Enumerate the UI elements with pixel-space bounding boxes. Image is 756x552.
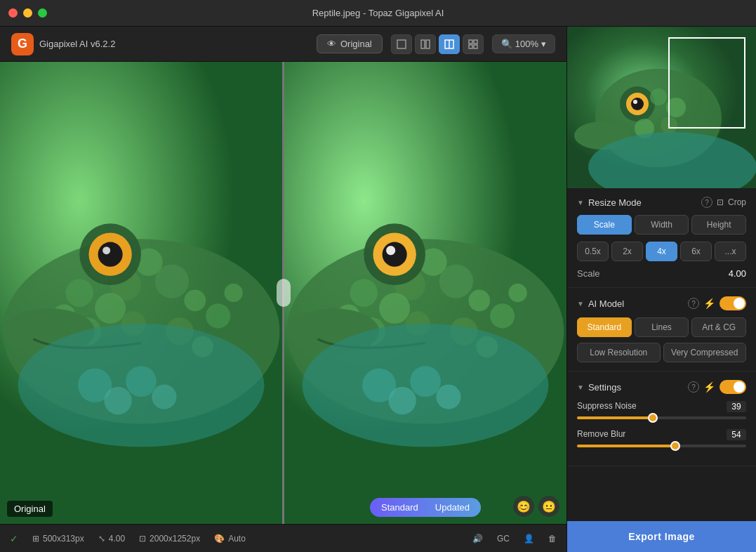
resolution-icon: ⊞: [32, 534, 39, 544]
suppress-noise-thumb[interactable]: [648, 413, 658, 423]
mode-tab-width[interactable]: Width: [635, 215, 689, 235]
scale-item: ⤡ 4.00: [98, 534, 125, 544]
app-logo: G: [11, 33, 34, 55]
preview-selection-box[interactable]: [668, 37, 745, 129]
scale-6x-button[interactable]: 6x: [680, 242, 712, 261]
svg-point-48: [383, 242, 407, 267]
svg-point-44: [379, 293, 410, 324]
svg-point-18: [95, 293, 126, 324]
zoom-icon: 🔍: [501, 39, 512, 49]
svg-rect-8: [474, 45, 477, 48]
ai-model-help[interactable]: ?: [688, 298, 699, 309]
suppress-noise-header: Suppress Noise 39: [577, 401, 746, 412]
color-icon: 🎨: [214, 534, 225, 544]
svg-rect-7: [469, 45, 472, 48]
remove-blur-fill: [577, 445, 675, 447]
svg-point-26: [206, 303, 230, 328]
scale-custom-button[interactable]: ...x: [715, 242, 746, 261]
ai-tab-low-resolution[interactable]: Low Resolution: [577, 343, 661, 362]
zoom-chevron-icon: ▾: [541, 39, 546, 49]
resize-mode-title: Resize Mode: [588, 197, 697, 208]
svg-point-60: [436, 385, 460, 409]
audio-item[interactable]: 🔊: [472, 534, 483, 544]
svg-point-52: [490, 303, 515, 328]
svg-rect-5: [469, 40, 472, 44]
image-left-half: Original: [0, 62, 282, 524]
neutral-emoji-button[interactable]: 😐: [538, 496, 559, 517]
resize-mode-help[interactable]: ?: [701, 197, 712, 208]
zoom-button[interactable]: 🔍 100% ▾: [492, 34, 555, 53]
view-single-button[interactable]: [391, 34, 412, 54]
eye-icon: 👁: [327, 39, 336, 49]
svg-point-27: [224, 284, 242, 302]
ai-model-chevron[interactable]: ▼: [577, 300, 584, 308]
original-resolution-item: ⊞ 500x313px: [32, 534, 84, 544]
settings-header: ▼ Settings ? ⚡: [577, 380, 746, 394]
ai-model-row2: Low Resolution Very Compressed: [577, 343, 746, 362]
suppress-noise-row: Suppress Noise 39: [577, 401, 746, 419]
svg-point-65: [631, 98, 644, 110]
export-button[interactable]: Export Image: [567, 521, 756, 552]
ai-model-header: ▼ AI Model ? ⚡: [577, 296, 746, 310]
maximize-button[interactable]: [38, 8, 47, 18]
view-split-vertical-button[interactable]: [415, 34, 436, 54]
crop-icon: ⊡: [717, 197, 724, 207]
image-right-half: Standard Updated 😊 😐: [284, 62, 566, 524]
svg-point-11: [66, 279, 93, 306]
ai-model-section: ▼ AI Model ? ⚡ Standard Lines Art & CG: [567, 288, 756, 372]
mode-tab-height[interactable]: Height: [691, 215, 746, 235]
user-icon-item[interactable]: 👤: [524, 534, 534, 544]
remove-blur-thumb[interactable]: [670, 441, 680, 451]
ai-model-tabs: Standard Lines Art & CG: [577, 317, 746, 337]
mode-tab-scale[interactable]: Scale: [577, 215, 632, 235]
svg-point-51: [468, 290, 490, 312]
svg-rect-2: [426, 40, 430, 48]
svg-point-59: [410, 366, 441, 397]
remove-blur-label: Remove Blur: [577, 429, 625, 440]
gc-item[interactable]: GC: [497, 534, 510, 544]
image-panel: G Gigapixel AI v6.2.2 👁 Original: [0, 27, 566, 552]
ai-tab-very-compressed[interactable]: Very Compressed: [663, 343, 747, 362]
scale-0-5x-button[interactable]: 0.5x: [577, 242, 609, 261]
svg-point-67: [650, 88, 667, 105]
settings-title: Settings: [588, 382, 684, 393]
ai-tab-art-cg[interactable]: Art & CG: [691, 317, 746, 337]
updated-label: Updated: [435, 502, 470, 513]
app-name: Gigapixel AI v6.2.2: [39, 39, 115, 49]
minimize-button[interactable]: [23, 8, 32, 18]
scale-4x-button[interactable]: 4x: [646, 242, 677, 261]
split-divider[interactable]: [282, 62, 284, 524]
svg-point-41: [439, 264, 473, 298]
suppress-noise-track[interactable]: [577, 416, 746, 419]
ai-model-title: AI Model: [588, 298, 684, 309]
svg-point-25: [184, 290, 206, 312]
trash-item[interactable]: 🗑: [548, 534, 557, 544]
view-buttons: [391, 34, 484, 54]
window-title: Reptile.jpeg - Topaz Gigapixel AI: [312, 8, 444, 18]
ai-model-toggle[interactable]: [719, 296, 746, 310]
suppress-noise-value: 39: [727, 401, 746, 412]
view-split-compare-button[interactable]: [439, 34, 460, 54]
split-handle[interactable]: [277, 279, 291, 307]
ai-tab-standard[interactable]: Standard: [577, 317, 632, 337]
resize-mode-chevron[interactable]: ▼: [577, 199, 584, 206]
settings-chevron[interactable]: ▼: [577, 383, 584, 391]
scale-2x-button[interactable]: 2x: [611, 242, 643, 261]
close-button[interactable]: [8, 8, 18, 18]
crop-button[interactable]: ⊡ Crop: [717, 197, 746, 207]
ai-tab-lines[interactable]: Lines: [635, 317, 689, 337]
settings-help[interactable]: ?: [688, 381, 699, 393]
window-controls: [8, 8, 47, 18]
emoji-buttons: 😊 😐: [513, 496, 559, 517]
settings-toggle[interactable]: [719, 380, 746, 394]
suppress-noise-fill: [577, 416, 653, 419]
view-grid-button[interactable]: [463, 34, 484, 54]
svg-point-15: [155, 264, 189, 298]
scale-icon: ⤡: [98, 534, 105, 544]
remove-blur-track[interactable]: [577, 445, 746, 447]
happy-emoji-button[interactable]: 😊: [513, 496, 534, 517]
original-button[interactable]: 👁 Original: [317, 34, 383, 53]
image-display[interactable]: Original: [0, 62, 566, 524]
settings-section: ▼ Settings ? ⚡ Suppress Noise 39: [567, 372, 756, 466]
panel-spacer: [567, 466, 756, 521]
